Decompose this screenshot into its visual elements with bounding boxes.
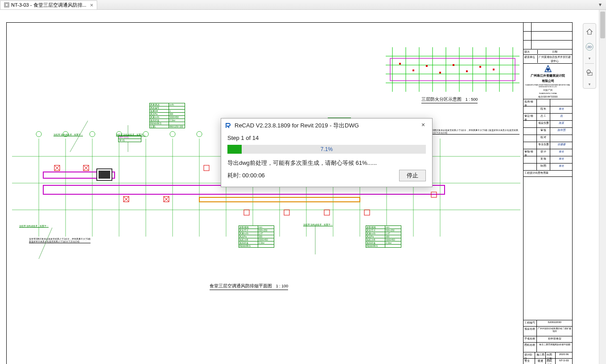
tb-projno: S20022030 bbox=[537, 320, 572, 326]
svg-line-76 bbox=[70, 121, 88, 152]
note-2: 远程带 远线成批准，投重平一 bbox=[54, 133, 83, 136]
tb-owner: 广州黄埔信息技术开发区建设中心 bbox=[538, 55, 571, 63]
main-scale: 1 : 100 bbox=[276, 284, 289, 288]
firm-logo-icon bbox=[544, 65, 552, 73]
tb-revision-header bbox=[524, 23, 572, 49]
note-3: 远程带 远线成批准，投重平一 bbox=[116, 133, 145, 136]
schedule-1: 风量/风压m³/h风机编号电量kW1风压Pa300风量m³/h5000/450最… bbox=[149, 103, 185, 128]
svg-point-82 bbox=[587, 70, 590, 74]
note-5: 送管带3层开算求从批发至排风小于1好水，并管风量不大于1级 | 改造排管水体及水… bbox=[426, 129, 519, 135]
document-tab[interactable]: NT-3-03 - 食堂三层空调通风防排... × bbox=[0, 0, 97, 9]
tab-menu-chevron-icon[interactable]: ▼ bbox=[598, 2, 603, 7]
document-icon bbox=[4, 2, 9, 8]
svg-rect-67 bbox=[204, 165, 209, 171]
equip-tag-1: HPY-3-01 3F-01 bbox=[118, 135, 141, 142]
tb-disc-l: 专业 bbox=[524, 359, 535, 364]
dialog-close-button[interactable]: × bbox=[419, 121, 428, 130]
svg-rect-75 bbox=[99, 171, 110, 179]
svg-rect-19 bbox=[426, 65, 428, 67]
note-6: 远程带 远线成批准，投重平一 bbox=[303, 223, 333, 226]
tb-firm-name: 广州珠江外资建筑设计院 bbox=[531, 74, 565, 78]
svg-rect-23 bbox=[479, 66, 481, 68]
keyplan-diagram bbox=[386, 47, 519, 92]
home-view-button[interactable] bbox=[585, 25, 594, 38]
tb-owner-label: 建设单位 bbox=[524, 55, 538, 63]
svg-rect-21 bbox=[453, 64, 454, 66]
stop-button[interactable]: 停止 bbox=[399, 170, 426, 181]
note-1: 送管带3层开算求从批发至排风小于1好水，并管风量不大于1级 改造排管水体及水化批… bbox=[29, 237, 91, 243]
dialog-message: 导出dwg前处理，可能有多次重生成，请耐心等候 61%...... bbox=[227, 159, 426, 167]
tb-date: 2020.06 bbox=[556, 352, 572, 358]
zoom-chevron-icon[interactable]: ▼ bbox=[588, 82, 591, 86]
svg-rect-17 bbox=[399, 63, 401, 65]
dialog-title: ReCAD V2.23.8.1809 for Revit 2019 - 导出DW… bbox=[235, 122, 416, 130]
note-4: 远程带 远线成批准，投重平一 bbox=[19, 225, 49, 228]
tb-rev-l0: 版次 bbox=[524, 50, 538, 54]
revit-app-icon bbox=[225, 122, 232, 129]
dialog-titlebar[interactable]: ReCAD V2.23.8.1809 for Revit 2019 - 导出DW… bbox=[221, 119, 432, 133]
keyplan-scale: 1 : 500 bbox=[466, 97, 478, 102]
tb-date-l: 出图日期 bbox=[546, 352, 556, 358]
vertical-scrollbar[interactable] bbox=[599, 10, 606, 364]
tb-stamp-label: 工程设计出图专用章 bbox=[524, 171, 571, 176]
dialog-step-label: Step 1 of 14 bbox=[227, 135, 426, 141]
tb-stamp-area bbox=[524, 177, 572, 320]
tb-disc: 暖通 bbox=[535, 359, 546, 364]
tb-firm-en: GUANGZHOU PEARL RIVER FOREIGN INVESTMENT… bbox=[524, 84, 572, 88]
title-block: 版次日期 建设单位广州黄埔信息技术开发区建设中心 广州珠江外资建筑设计院 有限公… bbox=[523, 23, 572, 364]
progress-percent: 7.1% bbox=[227, 145, 426, 154]
export-dialog: ReCAD V2.23.8.1809 for Revit 2019 - 导出DW… bbox=[221, 118, 433, 187]
tb-firm-tel: 电话:020-84723333 bbox=[538, 95, 558, 98]
tb-rev-l1: 日期 bbox=[538, 50, 571, 54]
schedule-3: 参数/规格mm风管尺寸500×250风量m³/h1.47风压Pa300电机功率5… bbox=[366, 225, 401, 248]
main-title: 食堂三层空调通风防排烟平面图 bbox=[210, 283, 272, 288]
svg-rect-1 bbox=[5, 4, 8, 6]
tb-no: NT-3-03 bbox=[556, 359, 572, 364]
tb-firm-addr-en: GUANGZHOU CHINA bbox=[539, 92, 557, 94]
schedule-2: 参数/规格mm风管尺寸500×250风量m³/h1.47风压Pa300电机功率5… bbox=[239, 225, 274, 248]
zoom-button[interactable] bbox=[585, 66, 594, 79]
tab-bar: NT-3-03 - 食堂三层空调通风防排... × ▼ bbox=[0, 0, 606, 10]
drawing-canvas: 三层防火分区示意图 1 : 500 bbox=[7, 23, 523, 364]
elapsed-time: 耗时: 00:00:06 bbox=[227, 172, 265, 180]
tb-no-l: 图纸编号 bbox=[546, 359, 556, 364]
tb-sheet: 食堂三层空调通风防排烟平面图 bbox=[537, 343, 572, 352]
svg-rect-70 bbox=[324, 210, 330, 215]
svg-rect-20 bbox=[439, 72, 441, 74]
tb-firm-addr: 中国 广州 bbox=[543, 89, 552, 91]
keyplan-caption: 三层防火分区示意图 1 : 500 bbox=[421, 96, 478, 103]
view-chevron-icon[interactable]: ▼ bbox=[588, 57, 591, 61]
svg-rect-24 bbox=[493, 69, 495, 70]
scrollbar-thumb[interactable] bbox=[600, 12, 605, 38]
tb-firm-logo-block: 广州珠江外资建筑设计院 有限公司 GUANGZHOU PEARL RIVER F… bbox=[524, 64, 572, 99]
tab-close-icon[interactable]: × bbox=[90, 2, 94, 8]
tb-proj-l: 项目名称 bbox=[524, 327, 537, 336]
progress-bar: 7.1% bbox=[227, 145, 426, 154]
main-caption: 食堂三层空调通风防排烟平面图 1 : 100 bbox=[210, 283, 288, 290]
svg-point-46 bbox=[90, 131, 95, 137]
drawing-frame: 三层防火分区示意图 1 : 500 bbox=[6, 22, 573, 364]
svg-point-80 bbox=[547, 68, 549, 71]
tb-stage: 施工图 bbox=[535, 352, 546, 358]
svg-rect-69 bbox=[284, 210, 289, 215]
tb-firm-sub: 有限公司 bbox=[542, 79, 554, 83]
tb-bottom: 工程编号S20022030 项目名称广州外国语学校附属学校二期扩建项目 子项名称… bbox=[524, 320, 572, 364]
svg-line-79 bbox=[39, 228, 52, 259]
svg-rect-18 bbox=[412, 70, 414, 71]
tb-projno-l: 工程编号 bbox=[524, 320, 537, 326]
tb-sheet-l: 图纸名称 bbox=[524, 343, 537, 352]
svg-point-44 bbox=[36, 131, 41, 137]
tb-subproj: 初中部食堂 bbox=[537, 336, 572, 342]
view-tool-strip: 2D ▼ ▼ bbox=[583, 23, 596, 89]
svg-point-50 bbox=[197, 131, 202, 137]
tb-proj: 广州外国语学校附属学校二期扩建项目 bbox=[537, 327, 572, 336]
svg-rect-71 bbox=[364, 210, 370, 215]
svg-rect-22 bbox=[466, 70, 468, 72]
tb-stage-l: 设计阶段 bbox=[524, 352, 535, 358]
view-2d-button[interactable]: 2D bbox=[585, 41, 594, 53]
keyplan-title: 三层防火分区示意图 bbox=[421, 97, 462, 102]
svg-rect-16 bbox=[390, 58, 515, 81]
svg-rect-68 bbox=[244, 210, 249, 215]
tab-title: NT-3-03 - 食堂三层空调通风防排... bbox=[11, 2, 87, 8]
tb-subproj-l: 子项名称 bbox=[524, 336, 537, 342]
